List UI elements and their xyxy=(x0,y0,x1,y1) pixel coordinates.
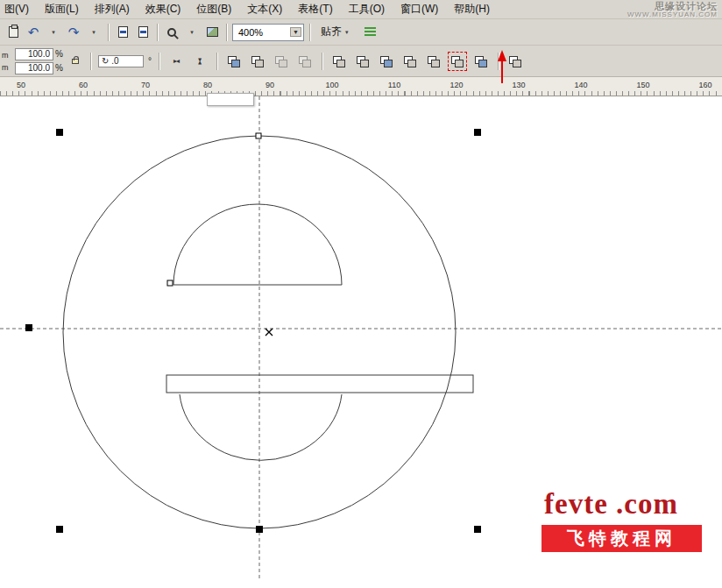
lock-icon xyxy=(72,59,79,64)
unit-y-label: m xyxy=(2,63,9,72)
redo-dropdown[interactable]: ▾ xyxy=(85,23,103,42)
import-button[interactable] xyxy=(114,23,131,42)
crossbar-rectangle-shape[interactable] xyxy=(166,375,473,393)
bottom-arc-shape[interactable] xyxy=(180,394,342,460)
forum-watermark: 思缘设计论坛 WWW.MISSYUAN.COM xyxy=(627,1,718,19)
toolbar-separator xyxy=(108,24,109,41)
selection-handle[interactable] xyxy=(256,526,263,533)
curve-nodes[interactable] xyxy=(167,133,261,286)
zoom-tool-button[interactable] xyxy=(163,23,180,42)
trim-icon xyxy=(357,56,368,67)
menu-tools[interactable]: 工具(O) xyxy=(341,0,393,19)
toolbar-separator xyxy=(226,24,227,41)
ruler-tick: 50 xyxy=(17,81,25,89)
propbar-separator xyxy=(159,53,159,70)
green-lines-icon xyxy=(365,27,376,37)
caret-down-icon: ▾ xyxy=(92,29,96,36)
ruler-tick: 140 xyxy=(574,81,587,89)
create-boundary-icon xyxy=(475,56,486,67)
back-minus-front-icon xyxy=(451,56,463,67)
mirror-vertical-icon: ▸◂ xyxy=(195,58,203,63)
top-semicircle-shape[interactable] xyxy=(173,204,342,285)
propbar-separator xyxy=(498,53,499,70)
undo-icon: ↶ xyxy=(28,25,39,39)
lock-ratio-button[interactable] xyxy=(67,50,83,73)
intersect-button[interactable] xyxy=(377,52,396,71)
ruler-tick: 150 xyxy=(636,81,649,89)
scale-y-field[interactable]: 100.0 xyxy=(15,62,53,74)
ungroup-button[interactable] xyxy=(272,52,291,71)
group-button[interactable] xyxy=(248,52,267,71)
caret-down-icon: ▾ xyxy=(190,29,194,36)
drawing-canvas[interactable]: fevte .com 飞特教程网 xyxy=(0,96,722,588)
caret-down-icon: ▾ xyxy=(52,29,55,36)
ruler-origin-box[interactable] xyxy=(207,93,254,106)
horizontal-ruler[interactable]: 50 60 70 80 90 100 110 120 130 140 150 1… xyxy=(0,77,722,96)
scale-y-value: 100.0 xyxy=(28,63,50,73)
menu-table[interactable]: 表格(T) xyxy=(290,0,340,19)
forum-watermark-url: WWW.MISSYUAN.COM xyxy=(627,11,718,19)
magnifier-icon xyxy=(167,28,176,37)
front-minus-back-button[interactable] xyxy=(424,52,443,71)
ruler-tick: 120 xyxy=(449,81,463,89)
property-bar: m m 100.0 % 100.0 % ↻ .0 ° ▸◂ ▸◂ xyxy=(0,46,722,77)
curve-node[interactable] xyxy=(167,280,173,286)
selection-handle[interactable] xyxy=(25,324,32,331)
propbar-separator xyxy=(90,53,91,70)
menu-arrange[interactable]: 排列(A) xyxy=(87,0,138,19)
scale-x-field[interactable]: 100.0 xyxy=(15,48,53,60)
align-distribute-button[interactable] xyxy=(224,52,244,71)
ungroup-all-icon xyxy=(299,56,310,67)
rotation-center-marker[interactable] xyxy=(265,329,273,336)
welcome-screen-button[interactable] xyxy=(203,23,221,42)
ungroup-all-button[interactable] xyxy=(295,52,315,71)
undo-button[interactable]: ↶ xyxy=(25,23,42,42)
menu-help[interactable]: 帮助(H) xyxy=(446,0,498,19)
front-minus-back-icon xyxy=(428,56,439,67)
export-button[interactable] xyxy=(134,23,152,42)
redo-button[interactable]: ↷ xyxy=(65,23,82,42)
create-boundary-button[interactable] xyxy=(471,52,491,71)
rotation-angle-field[interactable]: ↻ .0 xyxy=(98,55,144,67)
trim-button[interactable] xyxy=(353,52,372,71)
menu-window[interactable]: 窗口(W) xyxy=(393,0,446,19)
curve-node[interactable] xyxy=(256,133,261,138)
simplify-button[interactable] xyxy=(400,52,420,71)
zoom-tool-dropdown[interactable]: ▾ xyxy=(183,23,201,42)
intersect-icon xyxy=(380,56,392,67)
standard-toolbar: ↶ ▾ ↷ ▾ ▾ 400% ▼ 贴齐 ▾ xyxy=(0,19,722,46)
snap-to-dropdown[interactable]: 贴齐 ▾ xyxy=(315,23,358,42)
back-minus-front-button[interactable] xyxy=(448,52,467,71)
picture-icon xyxy=(207,27,218,37)
options-button[interactable] xyxy=(361,23,379,42)
ruler-tick: 80 xyxy=(203,81,212,89)
paste-button[interactable] xyxy=(4,23,22,42)
propbar-separator xyxy=(322,53,322,70)
selection-handle[interactable] xyxy=(56,129,63,136)
menu-layout[interactable]: 版面(L) xyxy=(37,0,87,19)
undo-dropdown[interactable]: ▾ xyxy=(45,23,62,42)
selection-handle[interactable] xyxy=(474,129,481,136)
ruler-tick: 160 xyxy=(698,81,711,89)
menu-effects[interactable]: 效果(C) xyxy=(138,0,189,19)
selection-handles[interactable] xyxy=(25,129,481,533)
to-front-button[interactable] xyxy=(506,52,525,71)
menu-view[interactable]: 图(V) xyxy=(0,0,37,19)
rotate-icon: ↻ xyxy=(102,56,109,66)
menu-bitmaps[interactable]: 位图(B) xyxy=(188,0,239,19)
import-icon xyxy=(118,26,128,38)
align-distribute-icon xyxy=(228,56,239,67)
mirror-horizontal-icon: ▸◂ xyxy=(173,57,179,65)
mirror-horizontal-button[interactable]: ▸◂ xyxy=(166,52,186,71)
export-icon xyxy=(138,26,148,38)
weld-button[interactable] xyxy=(329,52,349,71)
selection-handle[interactable] xyxy=(474,526,481,533)
zoom-level-combobox[interactable]: 400% ▼ xyxy=(232,24,304,41)
ungroup-icon xyxy=(275,56,287,67)
mirror-vertical-button[interactable]: ▸◂ xyxy=(190,52,209,71)
menu-text[interactable]: 文本(X) xyxy=(239,0,290,19)
degree-label: ° xyxy=(148,56,152,66)
ruler-tick: 90 xyxy=(265,81,274,89)
selection-handle[interactable] xyxy=(56,526,63,533)
weld-icon xyxy=(333,56,344,67)
